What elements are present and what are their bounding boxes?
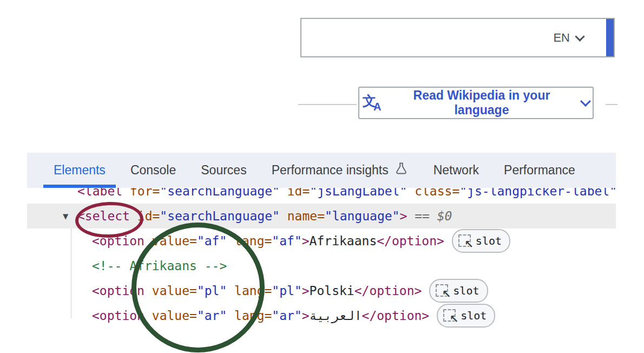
tab-label: Network — [433, 163, 479, 178]
slot-reveal-icon: ↖ — [458, 234, 471, 247]
token-attr: lang= — [227, 284, 272, 298]
token-attr: value= — [144, 234, 197, 248]
token-tag: </option> — [362, 309, 430, 323]
code-line-option-ar[interactable]: <option value="ar" lang="ar">العربية</op… — [27, 303, 616, 328]
slot-badge[interactable]: ↖slot — [452, 229, 510, 253]
expand-arrow-icon[interactable]: ▼ — [63, 204, 68, 228]
token-tag: <option — [92, 234, 144, 248]
arrow-up-left-icon: ↖ — [442, 287, 451, 300]
chevron-down-icon — [575, 31, 584, 41]
token-com: <!-- Afrikaans --> — [92, 259, 227, 273]
token-tag: <option — [92, 284, 144, 298]
arrow-up-left-icon: ↖ — [449, 312, 458, 325]
slot-badge-label: slot — [461, 309, 487, 322]
token-attr: lang= — [227, 309, 272, 323]
read-wikipedia-language-button[interactable]: 文 A Read Wikipedia in your language — [358, 87, 594, 119]
token-tag: </option> — [354, 284, 422, 298]
tab-performance[interactable]: Performance — [491, 153, 588, 188]
tab-console[interactable]: Console — [118, 153, 188, 188]
code-line-select-open-tag[interactable]: ▼<select id="searchLanguage" name="langu… — [27, 204, 616, 228]
tab-elements[interactable]: Elements — [41, 153, 118, 188]
token-val: "ar" — [197, 309, 227, 323]
divider-line — [606, 104, 617, 105]
token-val: "ar" — [272, 309, 301, 323]
token-val: "pl" — [197, 284, 227, 298]
token-meta: == $0 — [407, 209, 452, 223]
token-attr: value= — [144, 309, 197, 323]
token-attr: value= — [144, 284, 197, 298]
slot-reveal-icon: ↖ — [443, 309, 456, 322]
token-tag: > — [302, 284, 310, 298]
tab-label: Performance insights — [272, 163, 389, 178]
tab-network[interactable]: Network — [421, 153, 491, 188]
token-val: "language" — [325, 209, 399, 223]
token-attr: lang= — [227, 234, 272, 248]
tab-label: Performance — [504, 163, 575, 178]
token-tag: > — [302, 234, 310, 248]
token-val: "af" — [272, 234, 301, 248]
slot-badge[interactable]: ↖slot — [429, 279, 488, 303]
code-line-option-pl[interactable]: <option value="pl" lang="pl">Polski</opt… — [27, 278, 616, 303]
tab-label: Elements — [54, 163, 106, 178]
search-language-dropdown[interactable]: EN — [553, 19, 583, 56]
search-input[interactable]: EN — [300, 18, 615, 57]
token-tag: > — [399, 209, 407, 223]
token-tag: </option> — [377, 234, 444, 248]
devtools-panel: ElementsConsoleSourcesPerformance insigh… — [27, 153, 616, 329]
tab-label: Sources — [201, 163, 246, 178]
token-txt: العربية — [310, 309, 362, 323]
token-attr: name= — [280, 209, 325, 223]
language-icon: 文 A — [363, 94, 381, 112]
tab-sources[interactable]: Sources — [188, 153, 259, 188]
chevron-down-icon — [581, 96, 591, 106]
token-val: "searchLanguage" — [160, 209, 280, 223]
elements-tree: <label for="searchLanguage" id="jsLangLa… — [27, 179, 616, 328]
devtools-tab-bar: ElementsConsoleSourcesPerformance insigh… — [27, 153, 616, 188]
slot-badge[interactable]: ↖slot — [437, 304, 495, 328]
token-tag: <option — [92, 309, 144, 323]
slot-badge-label: slot — [453, 284, 479, 297]
token-val: "af" — [197, 234, 227, 248]
token-txt: Polski — [310, 284, 354, 298]
tab-label: Console — [130, 163, 176, 178]
slot-reveal-icon: ↖ — [436, 284, 448, 297]
flask-icon — [394, 161, 409, 179]
token-tag: > — [302, 309, 310, 323]
read-wikipedia-language-label: Read Wikipedia in your language — [388, 88, 575, 117]
arrow-up-left-icon: ↖ — [464, 238, 474, 251]
divider-line — [298, 104, 357, 105]
slot-badge-label: slot — [476, 234, 502, 247]
token-txt: Afrikaans — [310, 234, 377, 248]
token-val: "pl" — [272, 284, 301, 298]
token-attr: id= — [130, 209, 160, 223]
search-button[interactable] — [606, 19, 614, 56]
tab-performance-insights[interactable]: Performance insights — [259, 153, 421, 188]
code-line-option-af[interactable]: <option value="af" lang="af">Afrikaans</… — [27, 228, 616, 253]
code-line-comment-afrikaans[interactable]: <!-- Afrikaans --> — [27, 253, 616, 278]
token-tag: <select — [77, 209, 130, 223]
search-language-value: EN — [553, 31, 570, 45]
